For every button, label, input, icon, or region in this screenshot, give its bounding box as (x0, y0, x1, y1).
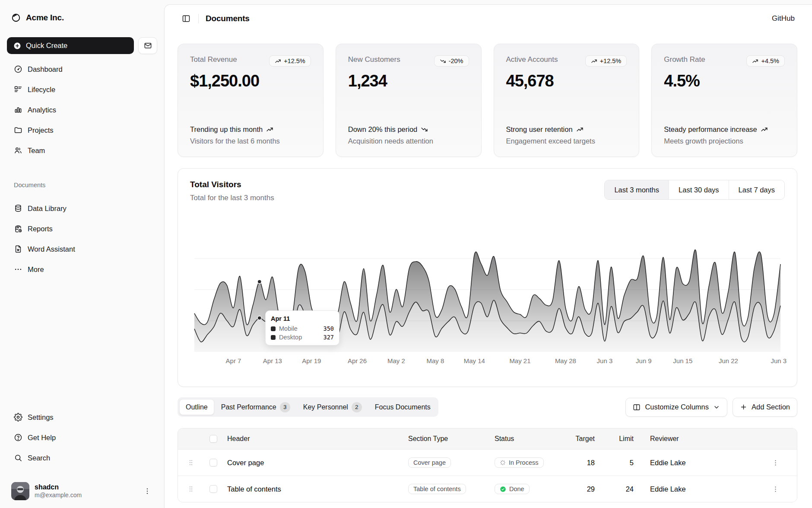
user-menu[interactable]: shadcn m@example.com (7, 479, 157, 500)
tab-outline[interactable]: Outline (179, 399, 214, 415)
github-link[interactable]: GitHub (772, 14, 795, 23)
col-header: Header (223, 435, 404, 443)
svg-text:May 2: May 2 (387, 357, 405, 364)
row-checkbox[interactable] (209, 459, 217, 466)
svg-text:Apr 13: Apr 13 (263, 357, 282, 364)
sidebar-item-team[interactable]: Team (7, 142, 157, 159)
sections-table: Header Section Type Status Target Limit … (178, 428, 797, 502)
brand-name: Acme Inc. (26, 13, 64, 22)
section-type-badge: Table of contents (408, 484, 466, 494)
reviewer-cell[interactable]: Eddie Lake (646, 485, 754, 493)
visitors-chart-card: Total Visitors Total for the last 3 mont… (178, 168, 797, 387)
chevron-down-icon (713, 404, 720, 411)
status-badge: Done (495, 484, 530, 494)
desktop-series-swatch (271, 335, 276, 340)
table-toolbar: Outline Past Performance 3 Key Personnel… (178, 397, 797, 417)
sidebar-item-dashboard[interactable]: Dashboard (7, 61, 157, 77)
svg-text:May 14: May 14 (464, 357, 485, 364)
svg-text:Jun 15: Jun 15 (673, 357, 692, 364)
select-all-checkbox[interactable] (209, 435, 217, 443)
reviewer-cell[interactable]: Eddie Lake (646, 459, 754, 467)
database-icon (14, 204, 22, 213)
sidebar-item-lifecycle[interactable]: Lifecycle (7, 81, 157, 98)
row-actions-ellipsis-icon[interactable] (758, 486, 793, 493)
user-menu-ellipsis-icon[interactable] (142, 486, 153, 497)
mobile-series-swatch (271, 326, 276, 331)
svg-text:Apr 19: Apr 19 (302, 357, 321, 364)
add-section-button[interactable]: Add Section (733, 398, 797, 417)
stat-value: 45,678 (506, 72, 627, 90)
trending-up-icon (266, 125, 273, 133)
range-last-7-days[interactable]: Last 7 days (729, 180, 784, 199)
row-actions-ellipsis-icon[interactable] (758, 459, 793, 466)
brand[interactable]: Acme Inc. (7, 10, 157, 26)
stat-card-total-revenue: Total Revenue +12.5% $1,250.00 Trending … (178, 44, 324, 157)
col-target: Target (559, 435, 607, 443)
drag-handle-icon[interactable] (182, 486, 200, 492)
customize-columns-button[interactable]: Customize Columns (625, 398, 727, 417)
tab-past-performance[interactable]: Past Performance 3 (215, 399, 296, 415)
table-row: Cover page Cover page In Process 18 5 Ed… (178, 449, 797, 476)
row-header-cell[interactable]: Table of contents (223, 485, 404, 493)
tab-focus-documents[interactable]: Focus Documents (369, 399, 437, 415)
table-header-row: Header Section Type Status Target Limit … (178, 428, 797, 449)
ellipsis-icon (14, 265, 22, 274)
sidebar-item-analytics[interactable]: Analytics (7, 102, 157, 118)
stat-value: $1,250.00 (190, 72, 311, 90)
list-details-icon (14, 85, 22, 94)
plus-icon (740, 403, 747, 411)
sidebar-item-word-assistant[interactable]: Word Assistant (7, 241, 157, 257)
sidebar-item-data-library[interactable]: Data Library (7, 200, 157, 217)
range-last-3-months[interactable]: Last 3 months (605, 180, 669, 199)
sidebar-item-settings[interactable]: Settings (7, 409, 157, 425)
sidebar-toggle-button[interactable] (179, 12, 193, 26)
topbar: Documents GitHub (165, 5, 812, 32)
limit-cell[interactable]: 5 (607, 459, 646, 467)
tab-count-badge: 3 (280, 402, 290, 412)
columns-icon (633, 403, 641, 411)
sidebar-item-projects[interactable]: Projects (7, 122, 157, 138)
chart-plot-area[interactable]: Apr 7Apr 13Apr 19Apr 26May 2May 8May 14M… (188, 226, 787, 371)
trending-up-icon (752, 58, 758, 64)
sidebar-item-search[interactable]: Search (7, 450, 157, 466)
row-checkbox[interactable] (209, 485, 217, 493)
gear-icon (14, 413, 22, 422)
sidebar-item-more[interactable]: More (7, 261, 157, 278)
row-header-cell[interactable]: Cover page (223, 459, 404, 467)
range-last-30-days[interactable]: Last 30 days (669, 180, 729, 199)
svg-text:May 8: May 8 (427, 357, 444, 364)
col-limit: Limit (607, 435, 646, 443)
tab-list: Outline Past Performance 3 Key Personnel… (178, 397, 438, 417)
sidebar-main-nav: Dashboard Lifecycle Analytics Projects T… (7, 61, 157, 163)
sidebar-item-reports[interactable]: Reports (7, 220, 157, 237)
col-status: Status (490, 435, 559, 443)
quick-create-button[interactable]: Quick Create (7, 37, 134, 54)
panel-left-icon (182, 14, 190, 23)
trending-down-icon (440, 58, 446, 64)
col-section-type: Section Type (404, 435, 490, 443)
target-cell[interactable]: 18 (559, 459, 607, 467)
target-cell[interactable]: 29 (559, 485, 607, 493)
tab-key-personnel[interactable]: Key Personnel 2 (297, 399, 368, 415)
trending-up-icon (576, 125, 584, 133)
chart-title: Total Visitors (190, 180, 241, 189)
svg-text:Apr 7: Apr 7 (226, 357, 241, 364)
file-word-icon (14, 245, 22, 253)
trending-up-icon (591, 58, 597, 64)
stat-card-new-customers: New Customers -20% 1,234 Down 20% this p… (336, 44, 482, 157)
bar-chart-icon (14, 105, 22, 114)
trend-badge: +12.5% (269, 55, 311, 67)
status-badge: In Process (495, 457, 544, 468)
sidebar-item-get-help[interactable]: Get Help (7, 429, 157, 446)
main-panel: Documents GitHub Total Revenue +12.5% $1… (164, 4, 812, 508)
mail-button[interactable] (138, 37, 157, 54)
table-row: Table of contents Table of contents Done… (178, 476, 797, 502)
svg-text:Apr 26: Apr 26 (348, 357, 367, 364)
limit-cell[interactable]: 24 (607, 485, 646, 493)
svg-text:May 21: May 21 (509, 357, 530, 364)
svg-text:May 28: May 28 (555, 357, 576, 364)
trending-down-icon (421, 125, 428, 133)
page-title: Documents (206, 14, 250, 23)
visitors-area-chart[interactable]: Apr 7Apr 13Apr 19Apr 26May 2May 8May 14M… (188, 226, 787, 371)
drag-handle-icon[interactable] (182, 459, 200, 466)
